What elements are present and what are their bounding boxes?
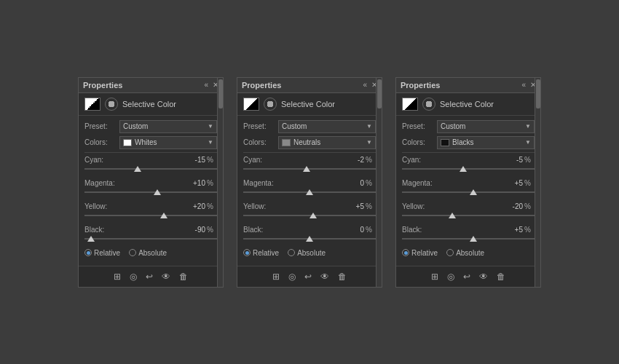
slider-track-2[interactable]: [243, 211, 376, 220]
slider-unit-2: %: [366, 202, 376, 210]
radio-row: Relative Absolute: [243, 249, 376, 257]
colors-select[interactable]: Whites ▼: [119, 136, 217, 149]
titlebar: Properties « ✕: [237, 78, 382, 93]
slider-row-3: Black: +5 %: [402, 226, 535, 243]
colors-select[interactable]: Blacks ▼: [437, 136, 535, 149]
radio-relative[interactable]: Relative: [84, 249, 120, 257]
collapse-icon[interactable]: «: [363, 81, 367, 89]
preset-select[interactable]: Custom ▼: [119, 120, 217, 133]
toolbar-eye-closed-icon[interactable]: ◎: [128, 270, 138, 283]
toolbar-reset-icon[interactable]: ↩: [144, 270, 154, 283]
colors-label: Colors:: [402, 138, 437, 146]
divider-1: [243, 152, 376, 153]
header-title: Selective Color: [440, 100, 494, 108]
panel-title: Properties: [401, 81, 440, 90]
scroll-thumb: [536, 79, 540, 108]
toolbar-eye-icon[interactable]: 👁: [478, 270, 489, 283]
toolbar-reset-icon[interactable]: ↩: [303, 270, 313, 283]
slider-thumb-0: [460, 166, 467, 172]
slider-label-3: Black:: [402, 226, 438, 234]
scroll-indicator[interactable]: [535, 78, 540, 287]
scroll-indicator[interactable]: [217, 78, 223, 287]
colors-select[interactable]: Neutrals ▼: [278, 136, 376, 149]
radio-absolute[interactable]: Absolute: [129, 249, 167, 257]
slider-line-3: [402, 238, 535, 240]
slider-value-3: -90: [121, 226, 207, 234]
radio-relative-label: Relative: [253, 249, 279, 257]
slider-row-0: Cyan: -2 %: [243, 156, 376, 173]
slider-value-2: -20: [438, 202, 524, 210]
slider-thumb-2: [449, 213, 456, 218]
toolbar-eye-icon[interactable]: 👁: [160, 270, 172, 283]
slider-line-0: [402, 168, 535, 170]
slider-row-3: Black: -90 %: [84, 226, 217, 243]
slider-row-1: Magenta: 0 %: [243, 179, 376, 197]
colors-select-inner: Blacks: [441, 138, 525, 146]
toolbar-add-icon[interactable]: ⊞: [112, 270, 122, 283]
slider-value-3: 0: [280, 226, 366, 234]
radio-relative-label: Relative: [94, 249, 120, 257]
slider-label-2: Yellow:: [402, 202, 438, 210]
slider-track-2[interactable]: [402, 211, 535, 220]
colors-row: Colors: Blacks ▼: [402, 136, 535, 149]
slider-label-2: Yellow:: [243, 202, 280, 210]
toolbar-add-icon[interactable]: ⊞: [271, 270, 281, 283]
colors-row: Colors: Whites ▼: [84, 136, 217, 149]
bottom-toolbar: ⊞ ◎ ↩ 👁 🗑: [396, 266, 540, 287]
slider-line-2: [84, 215, 217, 216]
preset-label: Preset:: [243, 122, 278, 130]
radio-absolute[interactable]: Absolute: [288, 249, 326, 257]
radio-relative-label: Relative: [411, 249, 438, 257]
panel-content: Preset: Custom ▼ Colors: Whites ▼: [79, 116, 223, 266]
panel-whites: Properties « ✕ Selective Color Preset: C…: [78, 77, 224, 288]
slider-label-1: Magenta:: [402, 179, 438, 187]
slider-unit-0: %: [524, 156, 535, 164]
slider-label-row-0: Cyan: -15 %: [84, 156, 217, 164]
sc-icon-mask: [84, 98, 100, 111]
slider-track-3[interactable]: [243, 234, 376, 243]
slider-track-0[interactable]: [84, 165, 217, 173]
toolbar-eye-closed-icon[interactable]: ◎: [446, 270, 456, 283]
collapse-icon[interactable]: «: [521, 81, 526, 89]
header-title: Selective Color: [122, 100, 176, 108]
slider-row-2: Yellow: +5 %: [243, 202, 376, 220]
slider-track-3[interactable]: [402, 234, 535, 243]
radio-absolute-circle: [288, 249, 295, 256]
slider-track-0[interactable]: [402, 165, 535, 173]
collapse-icon[interactable]: «: [204, 81, 208, 89]
color-swatch: [123, 139, 132, 146]
slider-track-1[interactable]: [243, 188, 376, 197]
color-name: Whites: [135, 138, 157, 146]
toolbar-eye-closed-icon[interactable]: ◎: [287, 270, 297, 283]
toolbar-add-icon[interactable]: ⊞: [430, 270, 440, 283]
toolbar-eye-icon[interactable]: 👁: [319, 270, 331, 283]
preset-select[interactable]: Custom ▼: [437, 120, 535, 133]
radio-relative[interactable]: Relative: [243, 249, 279, 257]
slider-row-0: Cyan: -5 %: [402, 156, 535, 173]
slider-line-3: [84, 238, 217, 240]
toolbar-delete-icon[interactable]: 🗑: [495, 270, 507, 283]
radio-row: Relative Absolute: [84, 249, 217, 257]
toolbar-reset-icon[interactable]: ↩: [462, 270, 472, 283]
toolbar-delete-icon[interactable]: 🗑: [178, 270, 189, 283]
colors-arrow: ▼: [366, 139, 372, 146]
colors-arrow: ▼: [208, 139, 213, 146]
radio-relative[interactable]: Relative: [402, 249, 438, 257]
toolbar-delete-icon[interactable]: 🗑: [336, 270, 348, 283]
slider-value-1: 0: [280, 179, 366, 187]
radio-absolute[interactable]: Absolute: [446, 249, 484, 257]
radio-relative-circle: [243, 249, 251, 256]
slider-track-1[interactable]: [402, 188, 535, 197]
panel-content: Preset: Custom ▼ Colors: Neutrals ▼: [237, 116, 382, 266]
slider-value-0: -15: [121, 156, 207, 164]
slider-track-0[interactable]: [243, 165, 376, 173]
slider-track-3[interactable]: [84, 234, 217, 243]
slider-unit-2: %: [207, 202, 217, 210]
slider-track-1[interactable]: [84, 188, 217, 197]
slider-unit-3: %: [524, 226, 535, 234]
slider-track-2[interactable]: [84, 211, 217, 220]
preset-select[interactable]: Custom ▼: [278, 120, 376, 133]
sc-icon-circle: [105, 98, 118, 111]
divider-1: [84, 152, 217, 153]
scroll-indicator[interactable]: [376, 78, 382, 287]
